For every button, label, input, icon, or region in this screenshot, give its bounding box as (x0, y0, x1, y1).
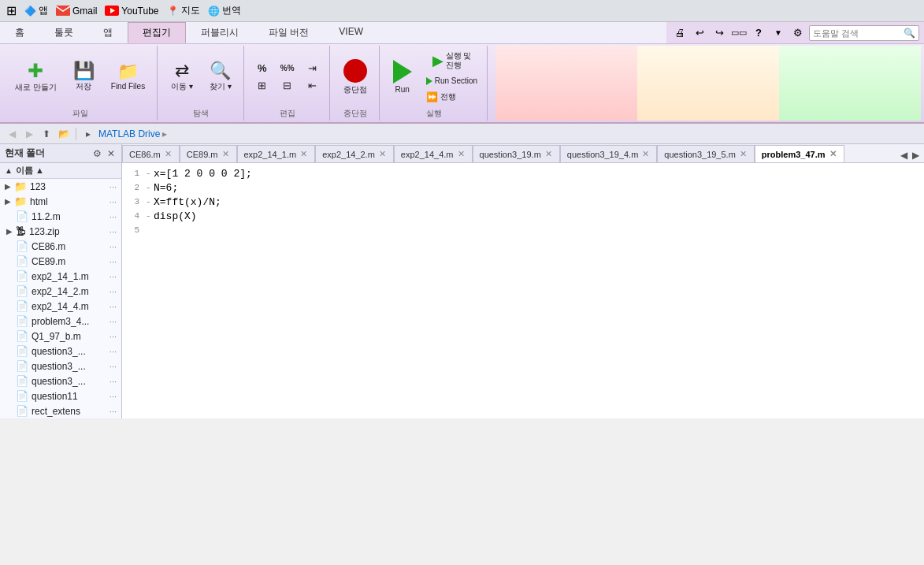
file-column-label[interactable]: 이름 ▲ (16, 165, 44, 177)
tab-fileversion[interactable]: 파일 버전 (254, 22, 324, 43)
folder-more-html[interactable]: ··· (109, 197, 117, 206)
tab-close-exp14-2[interactable]: ✕ (378, 149, 387, 159)
file-more-exp14-1[interactable]: ··· (109, 272, 117, 281)
gmail-btn[interactable]: Gmail (56, 6, 97, 17)
file-item-question3-2[interactable]: 📄 question3_... ··· (0, 359, 121, 374)
tab-close-q319[interactable]: ✕ (544, 149, 553, 159)
tab-home[interactable]: 홈 (0, 22, 39, 43)
file-item-123zip[interactable]: ▶ 🗜 123.zip ··· (0, 224, 121, 239)
file-more-q3-1[interactable]: ··· (109, 347, 117, 356)
tab-close-ce86[interactable]: ✕ (164, 149, 173, 159)
file-item-exp14-4[interactable]: 📄 exp2_14_4.m ··· (0, 299, 121, 314)
tab-close-exp14-1[interactable]: ✕ (299, 149, 308, 159)
file-more-ce86[interactable]: ··· (109, 242, 117, 251)
breakpoint-btn[interactable]: 중단점 (336, 55, 374, 99)
folder-more-123[interactable]: ··· (109, 182, 117, 191)
file-item-112[interactable]: 📄 11.2.m ··· (0, 209, 121, 224)
tab-exp14-1[interactable]: exp2_14_1.m ✕ (237, 145, 316, 162)
file-item-exp14-1[interactable]: 📄 exp2_14_1.m ··· (0, 269, 121, 284)
file-more-exp14-2[interactable]: ··· (109, 287, 117, 296)
move-btn[interactable]: ⇄ 이동 ▾ (164, 58, 200, 96)
undo-btn[interactable]: ↩ (691, 25, 708, 41)
file-more-123zip[interactable]: ··· (109, 227, 117, 236)
translate-btn[interactable]: 🌐 번역 (208, 4, 241, 17)
tab-q319[interactable]: question3_19.m ✕ (473, 145, 560, 162)
folder-item-html[interactable]: ▶ 📁 html ··· (0, 194, 121, 209)
tab-q319-4[interactable]: question3_19_4.m ✕ (560, 145, 658, 162)
indent-decrease-btn[interactable]: ⊟ (276, 77, 299, 94)
tab-q319-5[interactable]: question3_19_5.m ✕ (657, 145, 755, 162)
file-more-q3-3[interactable]: ··· (109, 377, 117, 386)
print-btn[interactable]: 🖨 (671, 25, 688, 41)
file-more-112[interactable]: ··· (109, 212, 117, 221)
tab-toolbox[interactable]: 툴룻 (39, 22, 88, 43)
file-more-rect[interactable]: ··· (109, 407, 117, 416)
tab-editor[interactable]: 편집기 (128, 22, 186, 43)
tab-close-exp14-4[interactable]: ✕ (457, 149, 466, 159)
file-item-q197b[interactable]: 📄 Q1_97_b.m ··· (0, 329, 121, 344)
tab-close-q319-5[interactable]: ✕ (739, 149, 748, 159)
file-more-q3-2[interactable]: ··· (109, 362, 117, 371)
edit-extra-btn[interactable]: ⇤ (301, 77, 325, 94)
file-item-rectextens[interactable]: 📄 rect_extens ··· (0, 403, 121, 418)
advance-btn[interactable]: ⏩ 전행 (421, 89, 482, 105)
settings-btn[interactable]: ⚙ (789, 25, 807, 41)
tab-publish[interactable]: 퍼블리시 (186, 22, 254, 43)
percent-btn[interactable]: % (250, 60, 274, 76)
run-execute-btn[interactable]: ▶ 실행 및진행 (421, 49, 482, 72)
tab-app[interactable]: 앱 (88, 22, 128, 43)
run-section-btn[interactable]: Run Section (421, 74, 482, 87)
save-btn[interactable]: 💾 저장 (66, 58, 102, 96)
find-btn[interactable]: 🔍 찾기 ▾ (202, 58, 239, 96)
youtube-btn[interactable]: YouTube (105, 6, 158, 17)
app-label[interactable]: 🔷 앱 (24, 4, 48, 17)
tab-ce89[interactable]: CE89.m ✕ (180, 145, 237, 162)
findfiles-btn[interactable]: 📁 Find Files (104, 59, 152, 95)
new-btn[interactable]: ✚ 새로 만들기 (8, 58, 64, 97)
file-more-exp14-4[interactable]: ··· (109, 302, 117, 311)
page-nav-btn[interactable]: ▭▭ (730, 25, 748, 41)
file-item-question3-3[interactable]: 📄 question3_... ··· (0, 374, 121, 388)
file-more-ce89[interactable]: ··· (109, 257, 117, 266)
tab-scroll-left[interactable]: ◀ (899, 148, 909, 162)
tab-close-ce89[interactable]: ✕ (221, 149, 230, 159)
file-item-question11[interactable]: 📄 question11 ··· (0, 388, 121, 403)
nav-folder-btn[interactable]: 📂 (57, 127, 71, 141)
file-item-problem3[interactable]: 📄 problem3_4... ··· (0, 314, 121, 329)
double-percent-btn[interactable]: %% (276, 60, 299, 76)
nav-back-btn[interactable]: ◀ (5, 127, 19, 141)
maps-btn[interactable]: 📍 지도 (167, 4, 200, 17)
file-more-q11[interactable]: ··· (109, 392, 117, 401)
tab-exp14-2[interactable]: exp2_14_2.m ✕ (315, 145, 394, 162)
indent-increase-btn[interactable]: ⊞ (250, 77, 274, 94)
file-item-exp14-2[interactable]: 📄 exp2_14_2.m ··· (0, 284, 121, 299)
tab-close-q319-4[interactable]: ✕ (641, 149, 650, 159)
panel-settings-btn[interactable]: ⚙ (91, 147, 103, 160)
tab-exp14-4[interactable]: exp2_14_4.m ✕ (394, 145, 473, 162)
transform-btn[interactable]: ⇥ (301, 60, 325, 76)
run-main-btn[interactable]: Run (386, 56, 419, 98)
file-group-content: ✚ 새로 만들기 💾 저장 📁 Find Files (8, 46, 152, 108)
panel-close-btn[interactable]: ✕ (106, 147, 117, 160)
file-more-problem3[interactable]: ··· (109, 317, 117, 326)
tab-problem347[interactable]: problem3_47.m ✕ (755, 145, 844, 162)
nav-forward-btn[interactable]: ▶ (22, 127, 36, 141)
help-dropdown-btn[interactable]: ▼ (770, 25, 787, 41)
help-search-input[interactable] (813, 28, 904, 38)
tab-ce86[interactable]: CE86.m ✕ (122, 145, 180, 162)
file-more-q197b[interactable]: ··· (109, 332, 117, 341)
file-item-ce89[interactable]: 📄 CE89.m ··· (0, 254, 121, 269)
help-search-box[interactable]: 🔍 (809, 25, 919, 41)
help-btn[interactable]: ? (750, 25, 767, 41)
nav-up-btn[interactable]: ⬆ (39, 127, 54, 141)
nav-path-matlab[interactable]: MATLAB Drive (98, 128, 160, 139)
file-item-question3-1[interactable]: 📄 question3_... ··· (0, 344, 121, 359)
folder-item-123[interactable]: ▶ 📁 123 ··· (0, 179, 121, 194)
tab-close-problem347[interactable]: ✕ (829, 149, 837, 159)
code-editor[interactable]: 1 - x=[1 2 0 0 0 2]; 2 - N=6; 3 - X=ff (122, 163, 924, 418)
redo-btn[interactable]: ↪ (711, 25, 728, 41)
tab-view[interactable]: VIEW (324, 22, 378, 43)
tab-scroll-right[interactable]: ▶ (911, 148, 921, 162)
apps-grid-btn[interactable]: ⊞ (6, 3, 17, 18)
file-item-ce86[interactable]: 📄 CE86.m ··· (0, 239, 121, 254)
